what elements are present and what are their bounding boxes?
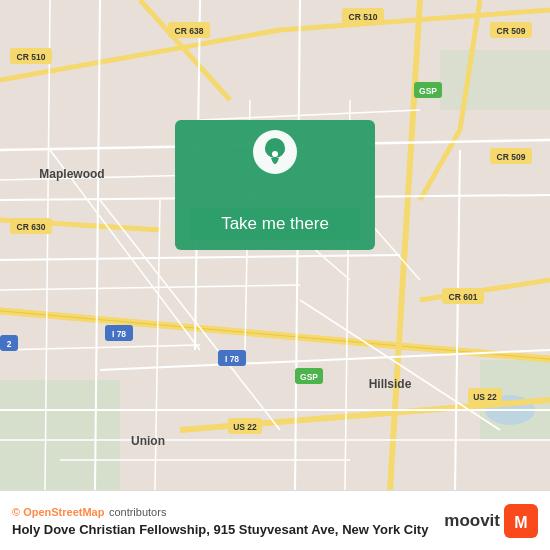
svg-text:US 22: US 22: [473, 392, 497, 402]
svg-text:I 78: I 78: [225, 354, 239, 364]
svg-text:Hillside: Hillside: [369, 377, 412, 391]
svg-text:I 78: I 78: [112, 329, 126, 339]
place-name: Holy Dove Christian Fellowship, 915 Stuy…: [12, 520, 434, 539]
map-container: CR 510 CR 638 CR 510 CR 509 GSP CR 509 C…: [0, 0, 550, 490]
moovit-logo: moovit M: [444, 504, 538, 538]
svg-point-74: [272, 151, 278, 157]
svg-rect-3: [440, 50, 550, 110]
svg-text:US 22: US 22: [233, 422, 257, 432]
bottom-info: © OpenStreetMap contributors Holy Dove C…: [12, 502, 434, 539]
svg-text:Union: Union: [131, 434, 165, 448]
svg-text:CR 510: CR 510: [349, 12, 378, 22]
svg-text:GSP: GSP: [419, 86, 437, 96]
svg-text:CR 509: CR 509: [497, 26, 526, 36]
svg-text:Take me there: Take me there: [221, 214, 329, 233]
svg-text:M: M: [514, 514, 527, 531]
svg-rect-1: [0, 380, 120, 490]
moovit-text: moovit: [444, 511, 500, 531]
moovit-icon: M: [504, 504, 538, 538]
svg-text:CR 638: CR 638: [175, 26, 204, 36]
svg-text:Maplewood: Maplewood: [39, 167, 104, 181]
svg-text:CR 510: CR 510: [17, 52, 46, 62]
svg-text:CR 509: CR 509: [497, 152, 526, 162]
svg-text:2: 2: [7, 339, 12, 349]
svg-text:GSP: GSP: [300, 372, 318, 382]
svg-text:CR 630: CR 630: [17, 222, 46, 232]
svg-text:CR 601: CR 601: [449, 292, 478, 302]
bottom-bar: © OpenStreetMap contributors Holy Dove C…: [0, 490, 550, 550]
osm-credit: © OpenStreetMap contributors: [12, 502, 434, 520]
